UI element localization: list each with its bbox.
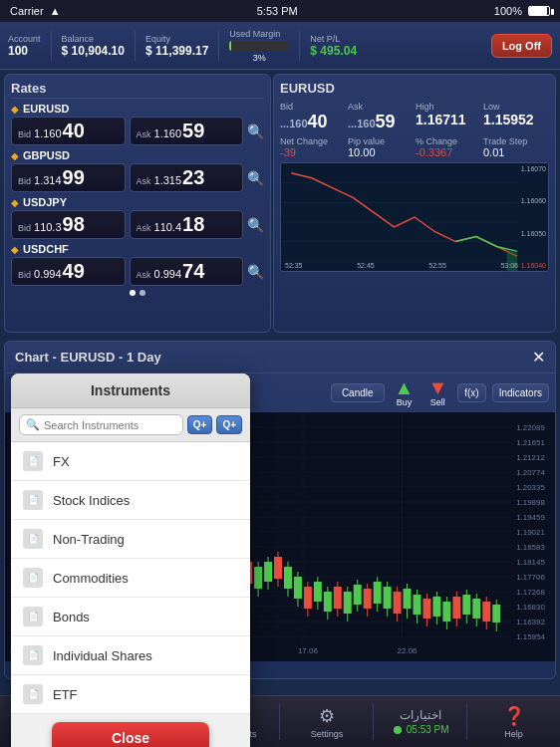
bid-box-usdjpy[interactable]: Bid 110.3 98 (11, 210, 126, 239)
equity-label: Equity (145, 34, 208, 44)
instruments-search-row: 🔍 Q+ Q+ (11, 408, 250, 442)
svg-rect-124 (492, 605, 500, 622)
low-value: 1.15952 (483, 112, 549, 127)
nav-settings-label: Settings (311, 729, 344, 739)
header-bar: Account 100 Balance $ 10,904.10 Equity $… (0, 22, 560, 70)
instrument-item-etf[interactable]: 📄 ETF (11, 675, 250, 714)
instrument-item-fx[interactable]: 📄 FX (11, 442, 250, 481)
diamond-icon: ◆ (11, 150, 19, 161)
nav-help[interactable]: ❓ Help (467, 701, 560, 743)
zoom-icon-usdjpy[interactable]: 🔍 (247, 217, 264, 233)
sell-button[interactable]: ▼ Sell (423, 377, 451, 407)
account-label: Account (8, 34, 41, 44)
ask-box-gbpusd[interactable]: Ask 1.315 23 (130, 163, 244, 192)
net-change-stat: Net Change -39 (280, 136, 346, 158)
rate-gbpusd: ◆ GBPUSD Bid 1.314 99 Ask 1.315 23 🔍 (11, 149, 264, 192)
buy-button[interactable]: ▲ Buy (391, 377, 419, 407)
svg-text:1.18583: 1.18583 (516, 543, 545, 552)
settings-icon: ⚙ (319, 705, 335, 727)
candle-button[interactable]: Candle (331, 383, 385, 402)
stock-indices-icon: 📄 (23, 490, 43, 510)
instruments-close-section: Close (11, 714, 250, 747)
add-btn-2[interactable]: Q+ (216, 415, 242, 434)
fx-button[interactable]: f(x) (457, 383, 485, 402)
eurusd-stats-grid: Net Change -39 Pip value 10.00 % Change … (280, 136, 549, 158)
svg-rect-92 (334, 587, 342, 609)
stock-indices-label: Stock Indices (53, 493, 130, 508)
instrument-item-individual-shares[interactable]: 📄 Individual Shares (11, 636, 250, 675)
status-bar: Carrier ▲ 5:53 PM 100% (0, 0, 560, 22)
svg-text:1.17706: 1.17706 (516, 573, 545, 582)
instrument-item-stock-indices[interactable]: 📄 Stock Indices (11, 481, 250, 520)
svg-rect-84 (294, 577, 302, 599)
bonds-icon: 📄 (23, 607, 43, 626)
etf-icon: 📄 (23, 684, 43, 704)
pair-name-usdjpy: USDJPY (23, 196, 67, 208)
svg-text:1.22089: 1.22089 (516, 423, 545, 432)
instrument-item-non-trading[interactable]: 📄 Non-Trading (11, 520, 250, 559)
account-value: 100 (8, 44, 41, 58)
diamond-icon: ◆ (11, 104, 19, 115)
search-box[interactable]: 🔍 (19, 414, 183, 435)
zoom-icon-usdchf[interactable]: 🔍 (247, 264, 264, 280)
log-off-button[interactable]: Log Off (491, 34, 552, 58)
buy-arrow-icon: ▲ (395, 377, 415, 397)
pair-name-eurusd: EURUSD (23, 103, 69, 115)
svg-text:1.16392: 1.16392 (516, 618, 545, 626)
svg-text:1.19021: 1.19021 (516, 528, 545, 537)
sell-arrow-icon: ▼ (427, 377, 447, 397)
nav-time: 05:53 PM (407, 724, 449, 735)
bottom-section: Chart - EURUSD - 1 Day ✕ EURUSD 1 Day Ca… (0, 337, 560, 683)
eurusd-detail-panel: EURUSD Bid ...16040 Ask ...16059 High 1.… (273, 74, 556, 333)
equity-value: $ 11,399.17 (145, 44, 208, 58)
svg-rect-100 (374, 582, 382, 604)
search-instruments-input[interactable] (44, 419, 176, 431)
svg-rect-76 (254, 567, 262, 589)
ask-box-eurusd[interactable]: Ask 1.160 59 (130, 117, 244, 145)
instruments-title: Instruments (91, 382, 170, 398)
battery-pct: 100% (494, 5, 522, 17)
chart-panel-header: Chart - EURUSD - 1 Day ✕ (5, 342, 555, 374)
bid-box-gbpusd[interactable]: Bid 1.314 99 (11, 163, 126, 192)
svg-text:1.15954: 1.15954 (516, 632, 545, 641)
add-btn-1[interactable]: Q+ (187, 415, 213, 434)
svg-text:1.16830: 1.16830 (516, 603, 545, 612)
account-icon: اختيارات (400, 708, 441, 722)
indicators-button[interactable]: Indicators (492, 383, 549, 402)
svg-rect-80 (274, 557, 282, 579)
svg-text:17.06: 17.06 (298, 646, 318, 655)
carrier-label: Carrier (10, 5, 44, 17)
nav-account[interactable]: اختيارات 05:53 PM (374, 704, 466, 740)
chart-x-labels: 52:35 52:45 52:55 53:06 (285, 262, 518, 269)
svg-text:1.21651: 1.21651 (516, 438, 545, 447)
bid-box-eurusd[interactable]: Bid 1.160 40 (11, 117, 126, 145)
svg-rect-78 (264, 562, 272, 582)
zoom-icon-eurusd[interactable]: 🔍 (247, 124, 264, 139)
net-pl-item: Net P/L $ 495.04 (310, 34, 357, 58)
help-icon: ❓ (503, 705, 525, 727)
status-time: 5:53 PM (257, 5, 298, 17)
divider (135, 31, 136, 61)
etf-label: ETF (53, 687, 78, 702)
ask-box-usdjpy[interactable]: Ask 110.4 18 (130, 210, 244, 239)
high-col: High 1.16711 (416, 102, 481, 132)
pct-change-value: -0.3367 (416, 146, 481, 158)
dot-1 (130, 290, 136, 296)
bonds-label: Bonds (53, 610, 90, 624)
chart-close-button[interactable]: ✕ (532, 348, 545, 367)
ask-box-usdchf[interactable]: Ask 0.994 74 (130, 257, 244, 286)
divider (218, 31, 219, 61)
instrument-item-bonds[interactable]: 📄 Bonds (11, 598, 250, 636)
bid-box-usdchf[interactable]: Bid 0.994 49 (11, 257, 126, 286)
close-instruments-button[interactable]: Close (52, 722, 209, 747)
instrument-item-commodities[interactable]: 📄 Commodities (11, 559, 250, 598)
zoom-icon-gbpusd[interactable]: 🔍 (247, 170, 264, 186)
nav-settings[interactable]: ⚙ Settings (280, 701, 373, 743)
pair-name-usdchf: USDCHF (23, 243, 69, 255)
battery-icon (528, 6, 550, 16)
instruments-overlay: Instruments 🔍 Q+ Q+ 📄 FX 📄 Stock Indices (11, 374, 250, 747)
svg-text:1.19898: 1.19898 (516, 498, 545, 507)
trade-step-value: 0.01 (483, 146, 549, 158)
svg-text:1.17268: 1.17268 (516, 588, 545, 597)
svg-rect-88 (314, 582, 322, 602)
